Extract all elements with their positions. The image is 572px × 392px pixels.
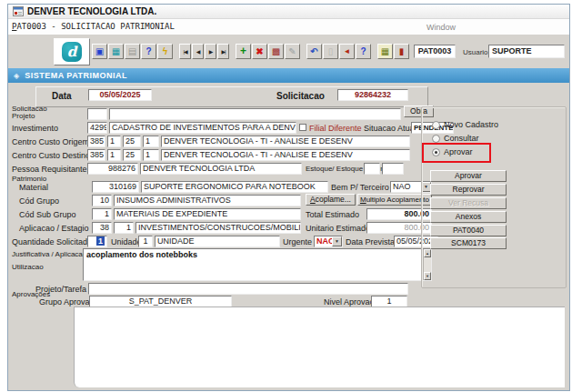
user-field[interactable]: SUPORTE xyxy=(488,45,565,58)
aplicacao-field-1[interactable]: 38 xyxy=(92,222,112,234)
estoque-field-2[interactable] xyxy=(382,163,404,175)
novo-cadastro-radio[interactable] xyxy=(432,121,440,129)
pessoa-requisitante-label: Pessoa Requisitante xyxy=(12,165,87,174)
nav-first-icon[interactable]: |◀ xyxy=(179,44,191,59)
undo-icon[interactable]: ↶ xyxy=(306,44,322,59)
filial-diferente-checkbox[interactable] xyxy=(299,124,306,131)
app-window: DENVER TECNOLOGIA LTDA. PAT0003 - SOLICI… xyxy=(7,4,570,391)
save-icon[interactable]: ▣ xyxy=(92,44,107,59)
help-icon[interactable]: ? xyxy=(356,44,371,59)
help-wizard-icon[interactable]: ? xyxy=(141,44,156,59)
nav-prev-icon[interactable]: ◀ xyxy=(192,44,204,59)
urgente-dropdown[interactable]: NAO ▼ xyxy=(314,236,343,247)
logo-button[interactable]: d xyxy=(54,38,90,65)
pessoa-desc-field[interactable]: DENVER TECNOLOGIA LTDA xyxy=(140,163,302,175)
cc-origem-field-3[interactable]: 25 xyxy=(123,136,141,147)
nav-last-icon[interactable]: ▶| xyxy=(217,44,229,59)
title-bar[interactable]: DENVER TECNOLOGIA LTDA. xyxy=(8,5,569,19)
add-record-icon[interactable]: + xyxy=(236,44,251,59)
projeto-code-field[interactable] xyxy=(87,108,107,120)
desktop: { "window": { "title": "DENVER TECNOLOGI… xyxy=(0,0,572,392)
unidade-label: Unidade xyxy=(111,237,142,246)
alert-horn-icon[interactable]: ◄ xyxy=(339,44,355,59)
paste-icon[interactable]: ▯ xyxy=(323,44,338,59)
menu-item-window[interactable]: Window xyxy=(426,23,456,32)
unidade-desc-field[interactable]: UNIDADE xyxy=(155,236,280,247)
consultar-label[interactable]: Consultar xyxy=(444,134,479,143)
data-label: Data xyxy=(52,91,72,101)
material-desc-field[interactable]: SUPORTE ERGONOMICO PARA NOTEBOOK xyxy=(141,181,328,193)
module-icon: ◈ xyxy=(14,72,19,80)
novo-cadastro-label[interactable]: Novo Cadastro xyxy=(444,120,498,129)
total-estimado-label: Total Estimado xyxy=(306,210,359,219)
quantidade-field[interactable]: 1 xyxy=(87,236,107,247)
projeto-tarefa-field[interactable] xyxy=(88,283,408,295)
justificativa-label: Justificativa / Aplicacao xyxy=(12,250,86,258)
justificativa-textarea[interactable]: acoplamento dos notebboks ▲ ▼ xyxy=(83,248,432,281)
bem-terceiro-label: Bem P/ Terceiro xyxy=(331,183,389,192)
menu-item-form[interactable]: PAT0003 - SOLICITACAO PATRIMONIAL xyxy=(12,22,175,31)
execute-lightning-icon[interactable]: ϟ xyxy=(157,44,173,59)
query-table-icon[interactable]: ▩ xyxy=(268,44,284,59)
app-icon xyxy=(13,4,24,20)
quantidade-label: Quantidade Solicitada xyxy=(12,237,92,246)
nav-next-icon[interactable]: ▶ xyxy=(205,44,216,59)
quantidade-value: 1 xyxy=(96,236,105,246)
reprovar-button[interactable]: Reprovar xyxy=(430,184,507,196)
cc-origem-field-2[interactable]: 1 xyxy=(107,136,121,147)
cc-origem-desc-field[interactable]: DENVER TECNOLOGIA - TI - ANALISE E DESEN… xyxy=(161,136,410,147)
projeto-desc-field[interactable] xyxy=(109,108,401,120)
data-field[interactable]: 05/05/2025 xyxy=(88,89,152,101)
print-icon[interactable]: ▤ xyxy=(125,44,140,59)
investimento-code-field[interactable]: 4299 xyxy=(87,122,107,134)
cod-grupo-desc-field[interactable]: INSUMOS ADMINISTRATIVOS xyxy=(114,195,301,206)
company-logo-icon: d xyxy=(62,42,82,62)
aprovacoes-list-panel[interactable] xyxy=(74,307,565,387)
estoque-field-1[interactable] xyxy=(364,163,380,175)
chevron-down-icon[interactable]: ▼ xyxy=(332,236,342,246)
aplicacao-desc-field[interactable]: INVESTIMENTOS/CONSTRUCOES/MOBILIZADOS xyxy=(135,222,301,234)
pat0040-button[interactable]: PAT0040 xyxy=(430,225,507,236)
menu-bar: PAT0003 - SOLICITACAO PATRIMONIAL Window xyxy=(8,19,569,35)
module-title: SISTEMA PATRIMONIAL xyxy=(25,71,127,80)
investimento-desc-field[interactable]: CADASTRO DE INVESTIMENTOS PARA A DENVI xyxy=(109,122,296,134)
cc-destino-field-3[interactable]: 25 xyxy=(123,149,141,161)
patrimonio-group-label: Patrimonio xyxy=(12,175,46,183)
aplicacao-estagio-label: Aplicacao / Estagio xyxy=(19,224,89,233)
unidade-code-field[interactable]: 1 xyxy=(138,236,153,247)
cc-destino-field-4[interactable]: 1 xyxy=(143,149,159,161)
aprovar-button[interactable]: Aprovar xyxy=(430,170,507,182)
acoplamento-button[interactable]: Acoplame... xyxy=(306,194,356,206)
cc-destino-desc-field[interactable]: DENVER TECNOLOGIA - TI - ANALISE E DESEN… xyxy=(161,149,410,161)
module-banner: ◈ SISTEMA PATRIMONIAL xyxy=(8,68,569,83)
centro-custo-origem-label: Centro Custo Origem xyxy=(12,137,89,146)
cc-destino-field-2[interactable]: 1 xyxy=(107,149,121,161)
cc-origem-field-1[interactable]: 385 xyxy=(87,136,105,147)
aprovar-highlight-rectangle xyxy=(422,143,491,163)
solicitacao-label: Solicitacao xyxy=(276,91,325,101)
bem-terceiro-value: NAO xyxy=(393,182,411,191)
aplicacao-field-2[interactable]: 1 xyxy=(114,222,134,234)
consultar-radio[interactable] xyxy=(432,135,440,143)
screen-icon[interactable]: ▦ xyxy=(108,44,124,59)
delete-record-icon[interactable]: ✖ xyxy=(252,44,267,59)
edit-pencil-icon[interactable]: ✎ xyxy=(285,44,300,59)
cod-grupo-code-field[interactable]: 10 xyxy=(92,195,112,206)
ver-recusa-button: Ver Recusa xyxy=(430,197,507,209)
material-code-field[interactable]: 310169 xyxy=(92,181,139,193)
toolbar: d ▣ ▦ ▤ ? ϟ |◀ ◀ ▶ ▶| + ✖ ▩ ✎ ↶ ▯ ◄ ? ▦ … xyxy=(8,35,569,69)
unitario-estimado-label: Unitario Estimado xyxy=(306,224,370,233)
data-prevista-label: Data Prevista xyxy=(346,237,395,246)
pessoa-code-field[interactable]: 988276 xyxy=(87,163,138,175)
cc-destino-field-1[interactable]: 385 xyxy=(87,149,105,161)
anexos-button[interactable]: Anexos xyxy=(430,211,507,223)
justificativa-text: acoplamento dos notebboks xyxy=(86,250,197,259)
cc-origem-field-4[interactable]: 1 xyxy=(143,136,159,147)
form-code-field: PAT0003 xyxy=(414,45,456,58)
calculator-grid-icon[interactable]: ▦ xyxy=(377,44,393,59)
exit-door-icon[interactable]: ▮ xyxy=(394,44,409,59)
cod-sub-grupo-desc-field[interactable]: MATERIAIS DE EXPEDIENTE xyxy=(114,208,301,220)
scm0173-button[interactable]: SCM0173 xyxy=(430,237,507,249)
cod-sub-grupo-code-field[interactable]: 1 xyxy=(92,208,112,220)
solicitacao-field[interactable]: 92864232 xyxy=(337,89,408,101)
